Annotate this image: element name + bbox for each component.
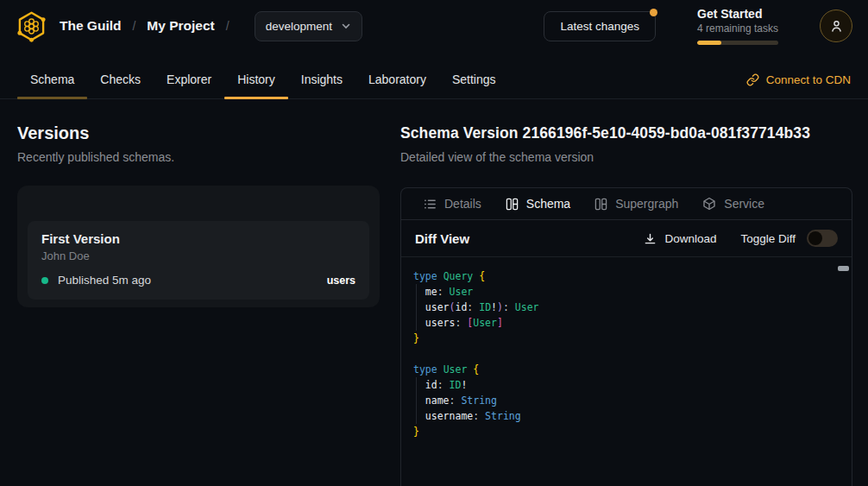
schema-version-subtitle: Detailed view of the schema version [400,150,852,165]
schema-detail-tabs: Details Schema Supergraph [401,188,852,220]
get-started-widget[interactable]: Get Started 4 remaining tasks [697,7,778,45]
version-status-text: Published 5m ago [58,274,151,287]
columns-icon [506,198,519,211]
diff-actions: Download Toggle Diff [644,230,838,247]
nav-tab-label: Explorer [167,73,211,86]
breadcrumb-org[interactable]: The Guild [60,18,121,34]
columns-icon [594,198,607,211]
list-icon [424,198,437,211]
cube-icon [702,197,716,211]
toggle-diff-switch[interactable] [807,230,838,247]
nav-tab-settings[interactable]: Settings [439,73,509,98]
nav-tab-label: Laboratory [368,73,426,86]
nav-tab-checks[interactable]: Checks [87,73,154,98]
diff-view-header: Diff View Download Toggle Diff [401,220,852,257]
versions-panel: Versions Recently published schemas. Fir… [17,123,380,486]
project-nav: Schema Checks Explorer History Insights … [0,52,868,99]
tab-label: Service [724,197,764,211]
notification-dot [650,9,657,16]
version-author: John Doe [41,249,355,262]
tab-indicator [17,97,87,99]
main-content: Versions Recently published schemas. Fir… [0,99,868,486]
diff-view-title: Diff View [415,231,469,246]
breadcrumb-separator: / [132,19,135,33]
get-started-subtitle: 4 remaining tasks [697,22,778,35]
latest-changes-button[interactable]: Latest changes [544,11,656,41]
nav-tab-label: Schema [30,73,74,86]
target-selector-value: development [266,20,332,33]
tab-label: Supergraph [615,197,678,211]
hive-logo-icon[interactable] [16,10,47,42]
breadcrumb-separator: / [226,19,230,33]
schema-version-title: Schema Version 2166196f-5e10-4059-bd0a-0… [400,123,852,143]
nav-tab-schema[interactable]: Schema [17,73,87,98]
versions-title: Versions [17,123,380,143]
version-status-row: Published 5m ago users [41,274,355,287]
scrollbar-thumb[interactable] [838,266,849,271]
tab-details[interactable]: Details [412,188,494,219]
tab-supergraph[interactable]: Supergraph [582,188,690,219]
schema-detail-card: Details Schema Supergraph [400,187,852,486]
nav-tab-label: Checks [100,73,141,86]
versions-list: First Version John Doe Published 5m ago … [17,186,380,307]
get-started-progressbar [697,41,778,45]
code-block: type Query { me: User user(id: ID!): Use… [413,268,840,439]
person-icon [828,18,845,35]
top-bar: The Guild / My Project / development Lat… [0,0,868,52]
schema-version-panel: Schema Version 2166196f-5e10-4059-bd0a-0… [400,123,852,486]
toggle-diff-control: Toggle Diff [740,230,838,247]
download-label: Download [664,232,716,245]
tab-service[interactable]: Service [690,188,777,219]
latest-changes-label: Latest changes [560,20,639,33]
get-started-progress-fill [697,41,721,45]
download-icon [644,232,657,245]
schema-code-viewer: type Query { me: User user(id: ID!): Use… [401,257,852,486]
tab-label: Schema [526,197,570,211]
nav-tab-explorer[interactable]: Explorer [154,73,224,98]
tab-label: Details [444,197,481,211]
top-bar-right: Latest changes Get Started 4 remaining t… [544,7,852,45]
toggle-diff-label: Toggle Diff [740,232,796,245]
connect-to-cdn-button[interactable]: Connect to CDN [746,73,851,98]
nav-tab-insights[interactable]: Insights [288,73,355,98]
nav-tab-label: History [237,73,275,86]
get-started-title: Get Started [697,7,778,21]
tab-schema[interactable]: Schema [494,188,582,219]
indent-guide [416,284,417,331]
link-icon [746,73,759,86]
published-status-dot [41,277,48,284]
connect-to-cdn-label: Connect to CDN [766,73,851,86]
nav-tab-label: Settings [452,73,496,86]
service-name-badge: users [327,275,355,287]
nav-tab-laboratory[interactable]: Laboratory [355,73,439,98]
version-name: First Version [41,231,355,246]
user-avatar[interactable] [820,9,852,42]
target-selector[interactable]: development [255,11,362,41]
nav-tab-label: Insights [301,73,343,86]
download-button[interactable]: Download [644,232,716,245]
chevron-down-icon [341,21,351,31]
indent-guide [416,377,417,424]
nav-tab-history[interactable]: History [224,73,288,98]
version-list-item[interactable]: First Version John Doe Published 5m ago … [28,221,369,300]
versions-subtitle: Recently published schemas. [17,150,380,165]
switch-knob [808,231,822,245]
tab-indicator [224,97,288,99]
breadcrumb-project[interactable]: My Project [147,18,214,34]
